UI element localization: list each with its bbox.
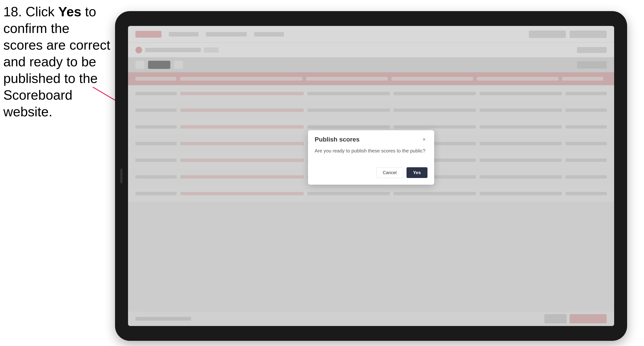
modal-message: Are you ready to publish these scores to… <box>315 148 428 154</box>
modal-dialog: Publish scores × Are you ready to publis… <box>308 130 434 184</box>
yes-button[interactable]: Yes <box>406 167 428 178</box>
modal-header: Publish scores × <box>308 130 434 148</box>
modal-title: Publish scores <box>315 136 360 143</box>
modal-overlay: Publish scores × Are you ready to publis… <box>128 26 614 326</box>
instruction-text-before: Click <box>26 4 58 19</box>
modal-body: Are you ready to publish these scores to… <box>308 148 434 167</box>
tablet-device: Publish scores × Are you ready to publis… <box>115 11 627 341</box>
instruction-number: 18. <box>3 4 22 19</box>
tablet-camera <box>120 169 122 183</box>
tablet-screen: Publish scores × Are you ready to publis… <box>128 26 614 326</box>
instruction-text-after: to confirm the scores are correct and re… <box>3 4 110 119</box>
instruction-text: 18. Click Yes to confirm the scores are … <box>3 3 111 120</box>
modal-footer: Cancel Yes <box>308 167 434 185</box>
instruction-bold: Yes <box>58 4 81 19</box>
modal-close-button[interactable]: × <box>421 136 428 143</box>
cancel-button[interactable]: Cancel <box>376 167 403 178</box>
